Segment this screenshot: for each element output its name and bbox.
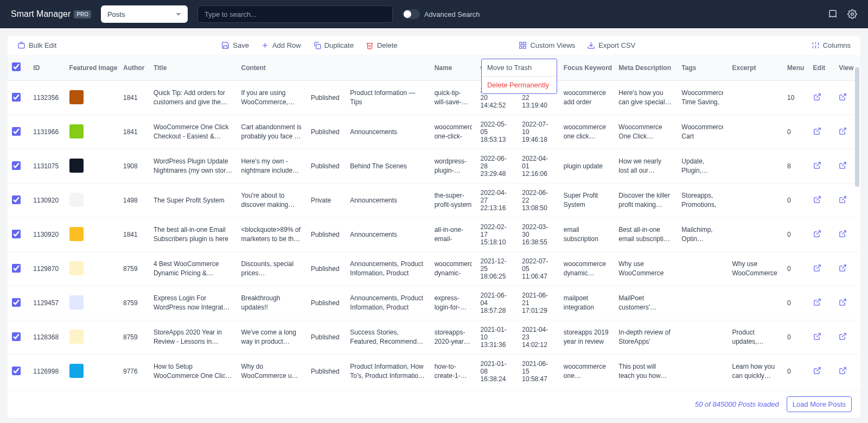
svg-line-29	[842, 299, 846, 303]
scrollbar-track[interactable]	[854, 64, 860, 392]
brand-name: Smart Manager	[11, 9, 71, 19]
post-type-select[interactable]: Posts	[101, 5, 188, 23]
cell-content[interactable]: <blockquote>89% of marketers to be their…	[237, 218, 306, 252]
table-row[interactable]: 11323561841Quick Tip: Add orders for cus…	[8, 81, 860, 115]
cell-thumb	[65, 218, 119, 252]
move-to-trash-item[interactable]: Move to Trash	[482, 59, 557, 77]
row-checkbox[interactable]	[12, 332, 21, 341]
row-checkbox[interactable]	[12, 230, 21, 238]
cell-title[interactable]: How To Show Download Count On Product Pa…	[149, 389, 237, 391]
delete-permanently-item[interactable]: Delete Permanently	[482, 77, 557, 93]
cell-content[interactable]: If you are using WooCommerce, handy solu…	[237, 81, 306, 115]
row-checkbox[interactable]	[12, 195, 21, 204]
table-row[interactable]: 11283688759StoreApps 2020 Year in Review…	[8, 320, 860, 355]
cell-edit[interactable]	[809, 286, 835, 320]
cell-content[interactable]: Why do WooCommerce u BOGO and other offe…	[237, 355, 306, 389]
cell-edit[interactable]	[809, 320, 835, 355]
cell-content[interactable]: Show <strong>download Page</strong> of y…	[237, 389, 306, 391]
chevron-down-icon	[176, 13, 181, 16]
table-row[interactable]: 11309201841The best all-in-one Email Sub…	[8, 218, 860, 252]
cell-excerpt	[727, 218, 782, 252]
table-row[interactable]: 11319661841WooCommerce One Click Checkou…	[8, 115, 860, 149]
col-excerpt[interactable]: Excerpt	[727, 55, 782, 81]
col-id[interactable]: ID	[29, 55, 65, 81]
col-content[interactable]: Content	[237, 55, 306, 81]
cell-content[interactable]: Breakthrough updates!!	[237, 286, 306, 320]
advanced-search-toggle[interactable]: Advanced Search	[403, 9, 480, 19]
cell-author: 1498	[119, 184, 149, 218]
cell-edit[interactable]	[809, 115, 835, 149]
cell-tags: Woocommerce, Time Saving,	[677, 81, 727, 115]
svg-line-27	[842, 265, 846, 269]
cell-content[interactable]: Discounts, special prices products...pro…	[237, 252, 306, 286]
cell-meta: In-depth review of StoreApps'	[614, 320, 677, 355]
row-checkbox[interactable]	[12, 264, 21, 273]
cell-tags: Mailchimp, Optin Monster,	[677, 218, 727, 252]
custom-views-button[interactable]: Custom Views	[519, 41, 575, 49]
cell-menu: 0	[783, 184, 809, 218]
columns-button[interactable]: Columns	[812, 41, 851, 49]
save-button[interactable]: Save	[221, 41, 249, 49]
cell-title[interactable]: Express Login For WordPress now Integrat…	[149, 286, 237, 320]
col-category[interactable]	[346, 55, 430, 81]
cell-title[interactable]: WordPress Plugin Update Nightmares (my o…	[149, 149, 237, 184]
scrollbar-thumb[interactable]	[855, 67, 859, 187]
cell-title[interactable]: StoreApps 2020 Year in Review - Lessons …	[149, 320, 237, 355]
col-featured-image[interactable]: Featured Image	[65, 55, 119, 81]
cell-content[interactable]: We've come a long way in product improve…	[237, 320, 306, 355]
table-row[interactable]: 11310751908WordPress Plugin Update Night…	[8, 149, 860, 184]
table-row[interactable]: 11309201498The Super Profit SystemYou're…	[8, 184, 860, 218]
cell-edit[interactable]	[809, 149, 835, 184]
cell-edit[interactable]	[809, 218, 835, 252]
cell-content[interactable]: You're about to discover making tactic u…	[237, 184, 306, 218]
table-row[interactable]: 11261455467How To Show Download Count On…	[8, 389, 860, 391]
col-tags[interactable]: Tags	[677, 55, 727, 81]
delete-button[interactable]: Delete Move to Trash Delete Permanently	[366, 41, 398, 49]
cell-title[interactable]: WooCommerce One Click Checkout - Easiest…	[149, 115, 237, 149]
book-icon[interactable]	[828, 9, 838, 19]
row-checkbox[interactable]	[12, 127, 21, 136]
table-row[interactable]: 11269989776How to Setup WooCommerce One …	[8, 355, 860, 389]
cell-edit[interactable]	[809, 184, 835, 218]
search-input[interactable]	[197, 5, 393, 23]
col-name[interactable]: Name	[430, 55, 476, 81]
add-row-button[interactable]: Add Row	[261, 41, 301, 49]
cell-edit[interactable]	[809, 389, 835, 391]
row-checkbox[interactable]	[12, 93, 21, 102]
cell-content[interactable]: Here's my own - nightmare included some …	[237, 149, 306, 184]
cell-edit[interactable]	[809, 81, 835, 115]
col-title[interactable]: Title	[149, 55, 237, 81]
col-author[interactable]: Author	[119, 55, 149, 81]
cell-status: Published	[307, 218, 346, 252]
col-menu[interactable]: Menu	[783, 55, 809, 81]
load-more-button[interactable]: Load More Posts	[787, 396, 852, 412]
cell-edit[interactable]	[809, 252, 835, 286]
cell-title[interactable]: 4 Best WooCommerce Dynamic Pricing & Dis…	[149, 252, 237, 286]
cell-title[interactable]: How to Setup WooCommerce One Click Upsel…	[149, 355, 237, 389]
cell-category: Announcements	[346, 115, 430, 149]
bulk-edit-label: Bulk Edit	[29, 41, 56, 49]
cell-edit[interactable]	[809, 355, 835, 389]
col-focus-keyword[interactable]: Focus Keyword	[559, 55, 614, 81]
duplicate-button[interactable]: Duplicate	[313, 41, 354, 49]
table-row[interactable]: 11294578759Express Login For WordPress n…	[8, 286, 860, 320]
col-checkbox[interactable]	[8, 55, 29, 81]
cell-title[interactable]: The best all-in-one Email Subscribers pl…	[149, 218, 237, 252]
col-edit[interactable]: Edit	[809, 55, 835, 81]
col-status[interactable]	[307, 55, 346, 81]
export-icon	[587, 41, 595, 49]
table-row[interactable]: 112987087594 Best WooCommerce Dynamic Pr…	[8, 252, 860, 286]
cell-title[interactable]: Quick Tip: Add orders for customers and …	[149, 81, 237, 115]
export-csv-button[interactable]: Export CSV	[587, 41, 635, 49]
gear-icon[interactable]	[847, 9, 857, 19]
bulk-edit-button[interactable]: Bulk Edit	[17, 41, 56, 49]
row-checkbox[interactable]	[12, 161, 21, 170]
cell-menu: 0	[783, 355, 809, 389]
custom-views-label: Custom Views	[530, 41, 575, 49]
cell-title[interactable]: The Super Profit System	[149, 184, 237, 218]
row-checkbox[interactable]	[12, 367, 21, 375]
cell-content[interactable]: Cart abandonment is probably you face as…	[237, 115, 306, 149]
col-meta-description[interactable]: Meta Description	[614, 55, 677, 81]
cell-id: 1126998	[29, 355, 65, 389]
row-checkbox[interactable]	[12, 298, 21, 307]
